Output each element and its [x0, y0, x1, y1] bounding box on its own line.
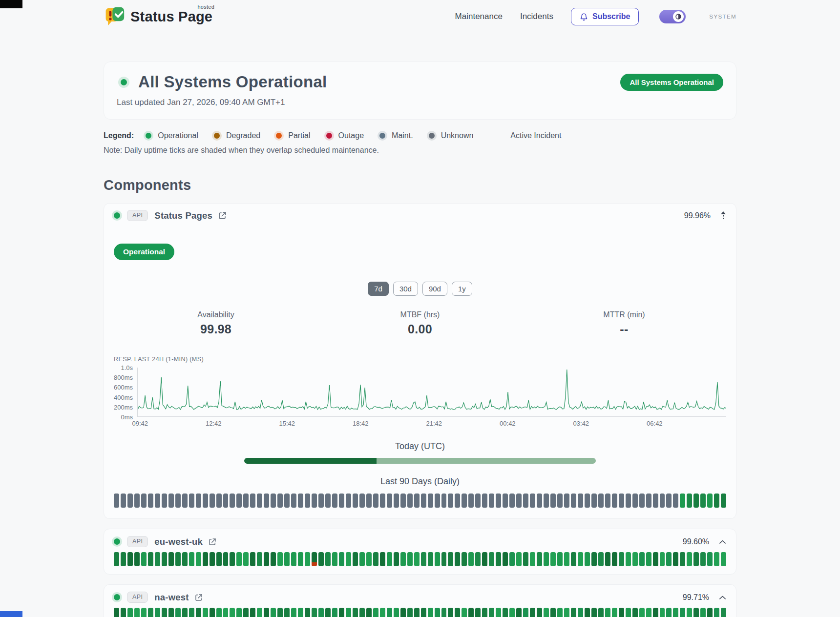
uptime-day-tick[interactable] [550, 552, 556, 566]
uptime-day-tick[interactable] [571, 608, 576, 617]
uptime-day-tick[interactable] [564, 552, 569, 566]
uptime-day-tick[interactable] [707, 494, 713, 508]
uptime-day-tick[interactable] [489, 552, 494, 566]
range-button-90d[interactable]: 90d [422, 282, 447, 296]
uptime-day-tick[interactable] [564, 608, 569, 617]
uptime-day-tick[interactable] [435, 552, 440, 566]
uptime-day-tick[interactable] [537, 552, 542, 566]
uptime-day-tick[interactable] [653, 608, 658, 617]
uptime-day-tick[interactable] [312, 608, 317, 617]
uptime-day-tick[interactable] [530, 552, 535, 566]
uptime-day-tick[interactable] [250, 552, 255, 566]
uptime-day-tick[interactable] [250, 494, 255, 508]
uptime-day-tick[interactable] [196, 552, 201, 566]
uptime-day-tick[interactable] [455, 494, 460, 508]
uptime-day-tick[interactable] [373, 494, 378, 508]
uptime-day-tick[interactable] [400, 494, 406, 508]
uptime-day-tick[interactable] [332, 608, 337, 617]
uptime-day-tick[interactable] [489, 608, 494, 617]
uptime-day-tick[interactable] [707, 552, 713, 566]
uptime-day-tick[interactable] [121, 608, 126, 617]
uptime-day-tick[interactable] [284, 608, 290, 617]
uptime-day-tick[interactable] [428, 552, 433, 566]
uptime-day-tick[interactable] [714, 552, 719, 566]
uptime-day-tick[interactable] [673, 552, 678, 566]
uptime-day-tick[interactable] [291, 494, 296, 508]
uptime-day-tick[interactable] [475, 552, 481, 566]
chart-plot-area[interactable] [137, 368, 726, 417]
uptime-day-tick[interactable] [421, 552, 426, 566]
uptime-day-tick[interactable] [509, 552, 515, 566]
uptime-day-tick[interactable] [673, 494, 678, 508]
uptime-day-tick[interactable] [680, 552, 685, 566]
uptime-day-tick[interactable] [578, 552, 583, 566]
uptime-day-tick[interactable] [155, 552, 160, 566]
uptime-day-tick[interactable] [537, 608, 542, 617]
uptime-day-tick[interactable] [243, 608, 249, 617]
uptime-day-tick[interactable] [400, 552, 406, 566]
uptime-day-tick[interactable] [468, 552, 474, 566]
uptime-day-tick[interactable] [148, 494, 153, 508]
uptime-day-tick[interactable] [264, 608, 269, 617]
uptime-day-tick[interactable] [619, 552, 624, 566]
uptime-day-tick[interactable] [421, 608, 426, 617]
uptime-day-tick[interactable] [680, 608, 685, 617]
uptime-day-tick[interactable] [639, 494, 645, 508]
uptime-day-tick[interactable] [121, 494, 126, 508]
uptime-day-tick[interactable] [162, 552, 167, 566]
range-button-1y[interactable]: 1y [452, 282, 472, 296]
uptime-day-tick[interactable] [550, 608, 556, 617]
uptime-day-tick[interactable] [509, 608, 515, 617]
uptime-day-tick[interactable] [557, 608, 563, 617]
uptime-day-tick[interactable] [318, 494, 324, 508]
uptime-day-tick[interactable] [312, 494, 317, 508]
uptime-day-tick[interactable] [441, 494, 447, 508]
uptime-day-tick[interactable] [175, 494, 181, 508]
uptime-day-tick[interactable] [277, 552, 283, 566]
uptime-day-tick[interactable] [693, 608, 699, 617]
uptime-day-tick[interactable] [250, 608, 255, 617]
uptime-day-tick[interactable] [653, 494, 658, 508]
uptime-day-tick[interactable] [366, 608, 372, 617]
collapse-button[interactable] [719, 595, 726, 600]
uptime-day-tick[interactable] [516, 494, 522, 508]
uptime-day-tick[interactable] [236, 552, 242, 566]
uptime-day-tick[interactable] [271, 494, 276, 508]
uptime-day-tick[interactable] [714, 494, 719, 508]
uptime-day-tick[interactable] [189, 552, 194, 566]
uptime-day-tick[interactable] [516, 552, 522, 566]
uptime-day-tick[interactable] [509, 494, 515, 508]
uptime-day-tick[interactable] [660, 552, 665, 566]
uptime-day-tick[interactable] [127, 608, 133, 617]
uptime-day-tick[interactable] [127, 552, 133, 566]
uptime-day-tick[interactable] [175, 608, 181, 617]
uptime-day-tick[interactable] [216, 552, 222, 566]
uptime-day-tick[interactable] [407, 494, 413, 508]
uptime-day-tick[interactable] [585, 608, 590, 617]
uptime-day-tick[interactable] [380, 494, 385, 508]
uptime-day-tick[interactable] [182, 494, 188, 508]
uptime-day-tick[interactable] [216, 608, 222, 617]
uptime-day-tick[interactable] [230, 608, 235, 617]
uptime-day-tick[interactable] [632, 494, 638, 508]
uptime-day-tick[interactable] [346, 608, 351, 617]
uptime-day-tick[interactable] [721, 494, 726, 508]
uptime-day-tick[interactable] [578, 494, 583, 508]
uptime-day-tick[interactable] [680, 494, 685, 508]
uptime-day-tick[interactable] [571, 552, 576, 566]
range-button-7d[interactable]: 7d [368, 282, 389, 296]
uptime-day-tick[interactable] [687, 494, 692, 508]
uptime-day-tick[interactable] [366, 494, 372, 508]
uptime-day-tick[interactable] [196, 494, 201, 508]
uptime-day-tick[interactable] [482, 494, 487, 508]
range-button-30d[interactable]: 30d [393, 282, 418, 296]
uptime-day-tick[interactable] [448, 494, 453, 508]
uptime-day-tick[interactable] [660, 608, 665, 617]
uptime-day-tick[interactable] [264, 552, 269, 566]
uptime-day-tick[interactable] [523, 552, 528, 566]
uptime-day-tick[interactable] [455, 608, 460, 617]
uptime-day-tick[interactable] [236, 608, 242, 617]
uptime-day-tick[interactable] [380, 552, 385, 566]
uptime-day-tick[interactable] [687, 608, 692, 617]
uptime-day-tick[interactable] [496, 608, 501, 617]
